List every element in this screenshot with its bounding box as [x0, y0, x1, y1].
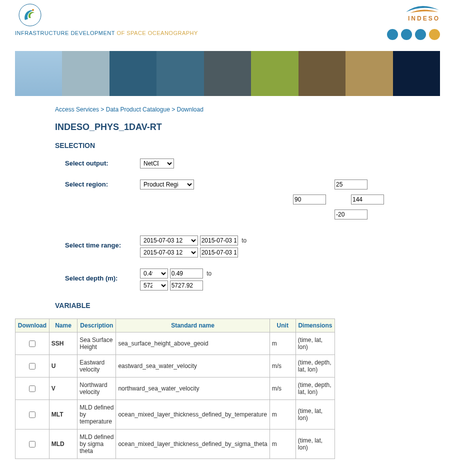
- var-dim: (time, lat, lon): [296, 400, 334, 430]
- var-name: U: [49, 355, 78, 378]
- th-name: Name: [49, 319, 78, 332]
- var-std: sea_surface_height_above_geoid: [116, 332, 270, 355]
- depth-max-select[interactable]: 5727.92: [140, 280, 168, 290]
- label-time: Select time range:: [65, 236, 140, 249]
- brand-text: INDESO: [387, 15, 440, 22]
- section-variable: VARIABLE: [55, 302, 435, 310]
- region-north-input[interactable]: [334, 180, 368, 190]
- var-dim: (time, lat, lon): [296, 430, 334, 459]
- region-west-input[interactable]: [293, 194, 326, 204]
- crumb-download[interactable]: Download: [177, 106, 204, 113]
- var-unit: m/s: [270, 378, 296, 400]
- th-std: Standard name: [116, 319, 270, 332]
- th-desc: Description: [78, 319, 116, 332]
- crumb-catalogue[interactable]: Data Product Catalogue: [106, 106, 170, 113]
- var-name: SSH: [49, 332, 78, 355]
- ministry-logo: [18, 3, 42, 27]
- region-mode-select[interactable]: Product Region: [140, 180, 194, 190]
- table-row: UEastward velocityeastward_sea_water_vel…: [16, 355, 335, 378]
- var-desc: Sea Surface Height: [78, 332, 116, 355]
- label-depth: Select depth (m):: [65, 268, 140, 282]
- breadcrumb: Access Services > Data Product Catalogue…: [55, 106, 435, 113]
- depth-min-select[interactable]: 0.49: [140, 268, 168, 278]
- var-name: V: [49, 378, 78, 400]
- var-checkbox[interactable]: [29, 386, 36, 392]
- variable-table: Download Name Description Standard name …: [15, 318, 335, 459]
- th-dim: Dimensions: [296, 319, 334, 332]
- region-south-input[interactable]: [334, 210, 368, 220]
- var-name: MLT: [49, 400, 78, 430]
- time-end-select[interactable]: 2015-07-03 12:00:00: [140, 248, 198, 258]
- var-desc: MLD defined by temperature: [78, 400, 116, 430]
- label-output: Select output:: [65, 158, 140, 167]
- var-unit: m: [270, 400, 296, 430]
- var-dim: (time, depth, lat, lon): [296, 378, 334, 400]
- fish-icon[interactable]: [401, 29, 412, 40]
- ocean-icon[interactable]: [387, 29, 398, 40]
- var-checkbox[interactable]: [29, 412, 36, 418]
- page-header: INFRASTRUCTURE DEVELOPMENT OF SPACE OCEA…: [15, 0, 440, 49]
- var-std: northward_sea_water_velocity: [116, 378, 270, 400]
- sun-icon[interactable]: [429, 29, 440, 40]
- var-std: ocean_mixed_layer_thickness_defined_by_s…: [116, 430, 270, 459]
- time-start-input[interactable]: [200, 236, 238, 246]
- time-end-input[interactable]: [200, 248, 238, 258]
- var-dim: (time, lat, lon): [296, 332, 334, 355]
- table-row: MLDMLD defined by sigma thetaocean_mixed…: [16, 430, 335, 459]
- output-select[interactable]: NetCDF: [140, 158, 174, 168]
- var-dim: (time, depth, lat, lon): [296, 355, 334, 378]
- label-region: Select region:: [65, 180, 140, 188]
- indeso-logo: [405, 3, 440, 15]
- header-quick-icons: [387, 29, 440, 40]
- var-std: ocean_mixed_layer_thickness_defined_by_t…: [116, 400, 270, 430]
- var-checkbox[interactable]: [29, 340, 36, 347]
- var-checkbox[interactable]: [29, 363, 36, 370]
- section-selection: SELECTION: [55, 142, 435, 150]
- var-desc: Northward velocity: [78, 378, 116, 400]
- time-start-select[interactable]: 2015-07-03 12:00:00: [140, 236, 198, 246]
- var-unit: m: [270, 430, 296, 459]
- depth-max-input[interactable]: [170, 280, 203, 290]
- var-unit: m: [270, 332, 296, 355]
- wave-icon[interactable]: [415, 29, 426, 40]
- var-checkbox[interactable]: [29, 441, 36, 448]
- tagline: INFRASTRUCTURE DEVELOPMENT OF SPACE OCEA…: [15, 30, 198, 36]
- th-download: Download: [16, 319, 50, 332]
- var-unit: m/s: [270, 355, 296, 378]
- table-row: SSHSea Surface Heightsea_surface_height_…: [16, 332, 335, 355]
- crumb-access-services[interactable]: Access Services: [55, 106, 99, 113]
- th-unit: Unit: [270, 319, 296, 332]
- table-row: VNorthward velocitynorthward_sea_water_v…: [16, 378, 335, 400]
- depth-min-input[interactable]: [170, 268, 203, 278]
- var-name: MLD: [49, 430, 78, 459]
- product-title: INDESO_PHYS_1DAV-RT: [55, 122, 435, 132]
- var-std: eastward_sea_water_velocity: [116, 355, 270, 378]
- var-desc: Eastward velocity: [78, 355, 116, 378]
- svg-point-1: [32, 9, 34, 11]
- hero-banner: [15, 51, 440, 96]
- region-east-input[interactable]: [351, 194, 384, 204]
- var-desc: MLD defined by sigma theta: [78, 430, 116, 459]
- table-row: MLTMLD defined by temperatureocean_mixed…: [16, 400, 335, 430]
